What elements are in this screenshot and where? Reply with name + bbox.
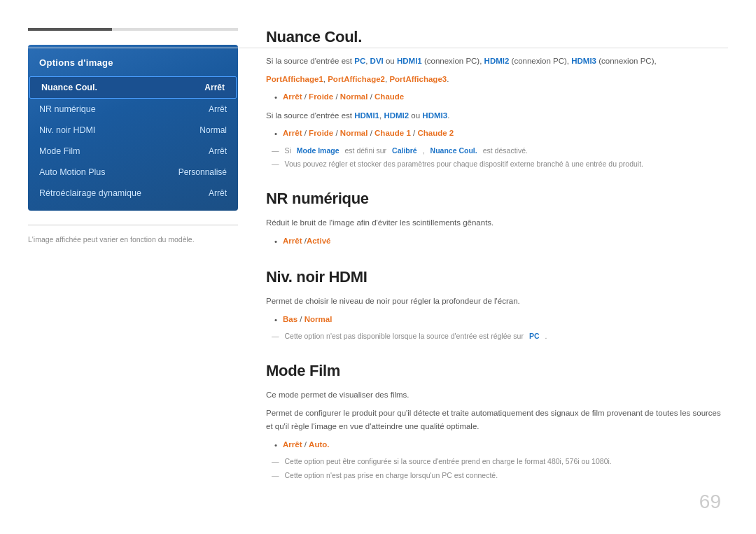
text-hdmi1: HDMI1: [397, 57, 422, 65]
text-mode-image: Mode Image: [297, 146, 340, 157]
text-hdmi2-2: HDMI2: [384, 111, 409, 120]
mode-film-bullet1-text: Arrêt / Auto.: [283, 438, 329, 452]
section-title-nuance-coul: Nuance Coul.: [266, 28, 721, 46]
text-arret-nr: Arrêt: [283, 237, 302, 245]
text-chaude1: Chaude: [374, 92, 404, 101]
menu-item-nuance-coul[interactable]: Nuance Coul. Arrêt: [29, 76, 237, 99]
section-mode-film: Mode Film Ce mode permet de visualiser d…: [266, 362, 721, 482]
mode-film-note1: Cette option peut être configurée si la …: [272, 456, 721, 468]
menu-value-auto-motion-plus: Personnalisé: [178, 167, 227, 177]
text-hdmi1-2: HDMI1: [354, 111, 379, 120]
text-arret1: Arrêt: [283, 92, 302, 101]
section-nuance-coul: Nuance Coul. Si la source d'entrée est P…: [266, 28, 721, 170]
nr-numerique-body: Réduit le bruit de l'image afin d'éviter…: [266, 216, 721, 230]
menu-value-retroeclairage: Arrêt: [209, 188, 227, 198]
nr-numerique-bullet1-text: Arrêt /Activé: [283, 234, 330, 248]
menu-label-niv-noir-hdmi: Niv. noir HDMI: [39, 125, 95, 135]
page-container: Options d'image Nuance Coul. Arrêt NR nu…: [0, 0, 756, 534]
menu-label-nuance-coul: Nuance Coul.: [41, 83, 97, 92]
text-arret-film: Arrêt: [283, 440, 302, 449]
text-froide1: Froide: [309, 92, 333, 101]
niv-noir-hdmi-body: Permet de choisir le niveau de noir pour…: [266, 295, 721, 309]
section-body-mode-film: Ce mode permet de visualiser des films. …: [266, 388, 721, 482]
options-menu-box: Options d'image Nuance Coul. Arrêt NR nu…: [28, 45, 238, 211]
sidebar-note-text: L'image affichée peut varier en fonction…: [28, 235, 195, 244]
text-normal1: Normal: [340, 92, 368, 101]
menu-label-auto-motion-plus: Auto Motion Plus: [39, 167, 106, 177]
progress-filled: [28, 28, 112, 31]
menu-item-auto-motion-plus[interactable]: Auto Motion Plus Personnalisé: [28, 162, 238, 183]
text-bas: Bas: [283, 315, 298, 323]
nuance-coul-para1: Si la source d'entrée est PC, DVI ou HDM…: [266, 55, 721, 69]
page-number: 69: [699, 491, 721, 513]
section-body-niv-noir-hdmi: Permet de choisir le niveau de noir pour…: [266, 295, 721, 342]
nuance-coul-note2: Vous pouvez régler et stocker des paramè…: [272, 159, 721, 170]
sidebar: Options d'image Nuance Coul. Arrêt NR nu…: [28, 28, 238, 506]
niv-noir-hdmi-bullet1: Bas / Normal: [274, 313, 721, 328]
menu-label-nr-numerique: NR numérique: [39, 104, 96, 114]
text-chaude1-2: Chaude 1: [374, 129, 411, 137]
menu-title: Options d'image: [28, 52, 238, 76]
text-chaude2: Chaude 2: [417, 129, 454, 137]
menu-label-mode-film: Mode Film: [39, 146, 80, 156]
text-hdmi3: HDMI3: [571, 57, 596, 65]
menu-value-mode-film: Arrêt: [209, 146, 227, 156]
section-nr-numerique: NR numérique Réduit le bruit de l'image …: [266, 190, 721, 248]
text-normal2: Normal: [340, 129, 368, 137]
text-pc: PC: [354, 57, 365, 65]
section-body-nuance-coul: Si la source d'entrée est PC, DVI ou HDM…: [266, 55, 721, 170]
mode-film-body1: Ce mode permet de visualiser des films.: [266, 388, 721, 402]
progress-empty: [112, 28, 238, 31]
mode-film-note2: Cette option n'est pas prise en charge l…: [272, 470, 721, 482]
section-title-mode-film: Mode Film: [266, 362, 721, 380]
text-pc-ref: PC: [529, 331, 540, 342]
text-active-nr: Activé: [307, 237, 331, 245]
text-arret2: Arrêt: [283, 129, 302, 137]
nuance-coul-bullet1-text: Arrêt / Froide / Normal / Chaude: [283, 90, 404, 104]
text-calibre: Calibré: [392, 146, 417, 157]
mode-film-body2: Permet de configurer le produit pour qu'…: [266, 407, 721, 434]
mode-film-bullet1: Arrêt / Auto.: [274, 438, 721, 453]
nuance-coul-para2: PortAffichage1, PortAffichage2, PortAffi…: [266, 73, 721, 87]
menu-item-nr-numerique[interactable]: NR numérique Arrêt: [28, 99, 238, 120]
sidebar-note: L'image affichée peut varier en fonction…: [28, 225, 238, 245]
nuance-coul-bullet2: Arrêt / Froide / Normal / Chaude 1 / Cha…: [274, 127, 721, 141]
menu-value-niv-noir-hdmi: Normal: [200, 125, 227, 135]
text-froide2: Froide: [309, 129, 333, 137]
menu-item-retroeclairage[interactable]: Rétroéclairage dynamique Arrêt: [28, 183, 238, 204]
nr-numerique-bullet1: Arrêt /Activé: [274, 234, 721, 249]
text-normal-hdmi: Normal: [304, 315, 332, 323]
text-dvi: DVI: [370, 57, 384, 65]
text-hdmi3-2: HDMI3: [422, 111, 447, 120]
section-niv-noir-hdmi: Niv. noir HDMI Permet de choisir le nive…: [266, 268, 721, 342]
section-title-nr-numerique: NR numérique: [266, 190, 721, 208]
nuance-coul-bullet1: Arrêt / Froide / Normal / Chaude: [274, 90, 721, 105]
nuance-coul-bullet2-text: Arrêt / Froide / Normal / Chaude 1 / Cha…: [283, 127, 454, 141]
menu-item-niv-noir-hdmi[interactable]: Niv. noir HDMI Normal: [28, 120, 238, 141]
text-auto-film: Auto.: [309, 440, 329, 449]
text-portaffichage1: PortAffichage1: [266, 75, 323, 83]
text-portaffichage2: PortAffichage2: [328, 75, 385, 83]
menu-value-nr-numerique: Arrêt: [209, 104, 227, 114]
top-divider: [28, 48, 728, 48]
menu-value-nuance-coul: Arrêt: [204, 83, 225, 92]
text-portaffichage3: PortAffichage3: [389, 75, 447, 83]
progress-bar: [28, 28, 238, 31]
main-content: Nuance Coul. Si la source d'entrée est P…: [266, 28, 728, 506]
nuance-coul-note1: Si Mode Image est défini sur Calibré, Nu…: [272, 146, 721, 157]
niv-noir-hdmi-bullet1-text: Bas / Normal: [283, 313, 332, 327]
niv-noir-hdmi-note1: Cette option n'est pas disponible lorsqu…: [272, 331, 721, 342]
text-nuance-coul-ref: Nuance Coul.: [430, 146, 477, 157]
nuance-coul-para3: Si la source d'entrée est HDMI1, HDMI2 o…: [266, 109, 721, 123]
section-title-niv-noir-hdmi: Niv. noir HDMI: [266, 268, 721, 286]
menu-label-retroeclairage: Rétroéclairage dynamique: [39, 188, 141, 198]
section-body-nr-numerique: Réduit le bruit de l'image afin d'éviter…: [266, 216, 721, 248]
text-hdmi2: HDMI2: [484, 57, 510, 65]
menu-item-mode-film[interactable]: Mode Film Arrêt: [28, 141, 238, 162]
